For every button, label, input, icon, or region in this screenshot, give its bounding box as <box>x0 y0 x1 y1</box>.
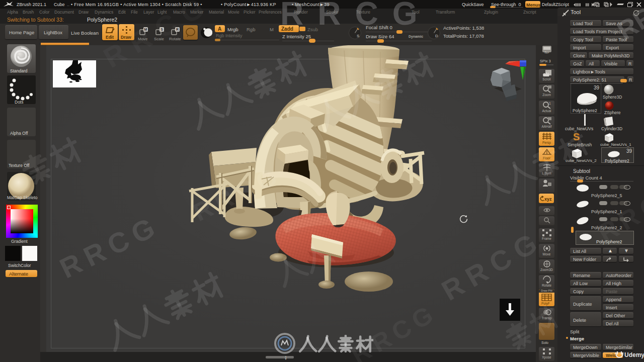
svg-text:M: M <box>144 28 147 31</box>
svg-text:R: R <box>176 28 179 31</box>
svg-text:1: 1 <box>549 102 551 105</box>
svg-text:S: S <box>573 131 580 142</box>
svg-text:Bpr: Bpr <box>544 51 549 54</box>
svg-text:S: S <box>160 28 163 31</box>
svg-text:S: S <box>357 34 359 38</box>
svg-text:D: D <box>435 34 438 38</box>
svg-text:xyz: xyz <box>544 197 552 202</box>
